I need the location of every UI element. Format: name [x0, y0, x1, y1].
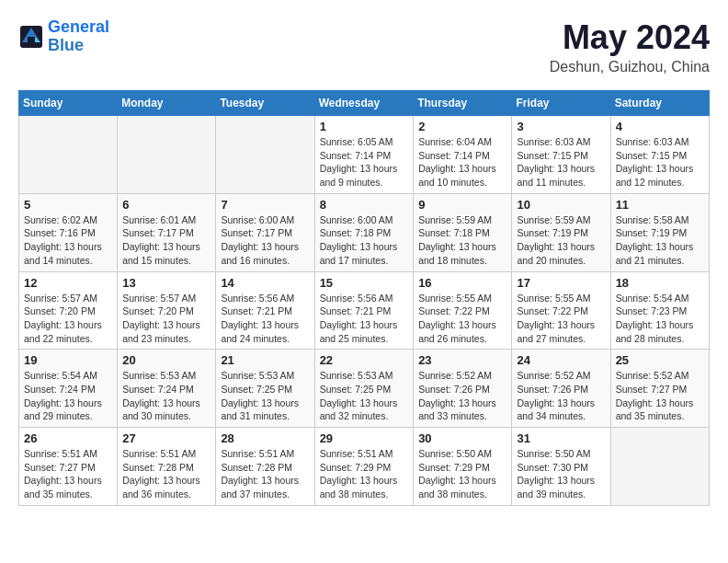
- day-info: Sunrise: 5:53 AMSunset: 7:25 PMDaylight:…: [221, 369, 309, 423]
- day-number: 31: [517, 431, 605, 445]
- logo-icon: [18, 24, 44, 50]
- day-number: 29: [320, 431, 409, 445]
- day-number: 15: [320, 276, 409, 290]
- table-row: 8Sunrise: 6:00 AMSunset: 7:18 PMDaylight…: [314, 193, 414, 271]
- day-number: 27: [122, 431, 210, 445]
- day-info: Sunrise: 5:51 AMSunset: 7:28 PMDaylight:…: [122, 447, 210, 501]
- table-row: 28Sunrise: 5:51 AMSunset: 7:28 PMDayligh…: [216, 428, 314, 506]
- table-row: 10Sunrise: 5:59 AMSunset: 7:19 PMDayligh…: [512, 193, 610, 271]
- table-row: 7Sunrise: 6:00 AMSunset: 7:17 PMDaylight…: [216, 193, 314, 271]
- table-row: 5Sunrise: 6:02 AMSunset: 7:16 PMDaylight…: [19, 193, 118, 271]
- day-info: Sunrise: 5:56 AMSunset: 7:21 PMDaylight:…: [221, 292, 309, 346]
- day-info: Sunrise: 5:50 AMSunset: 7:30 PMDaylight:…: [517, 447, 605, 501]
- table-row: 11Sunrise: 5:58 AMSunset: 7:19 PMDayligh…: [610, 193, 709, 271]
- day-number: 7: [221, 198, 309, 212]
- day-number: 4: [616, 120, 704, 133]
- weekday-tuesday: Tuesday: [216, 91, 314, 116]
- table-row: 12Sunrise: 5:57 AMSunset: 7:20 PMDayligh…: [19, 271, 118, 350]
- day-number: 9: [418, 198, 506, 212]
- table-row: 19Sunrise: 5:54 AMSunset: 7:24 PMDayligh…: [19, 350, 118, 428]
- day-number: 24: [517, 353, 605, 367]
- table-row: 23Sunrise: 5:52 AMSunset: 7:26 PMDayligh…: [414, 350, 512, 428]
- logo: General Blue: [18, 18, 109, 55]
- day-info: Sunrise: 5:55 AMSunset: 7:22 PMDaylight:…: [517, 292, 605, 346]
- day-info: Sunrise: 5:52 AMSunset: 7:26 PMDaylight:…: [418, 369, 506, 423]
- table-row: 15Sunrise: 5:56 AMSunset: 7:21 PMDayligh…: [314, 271, 414, 350]
- day-number: 30: [418, 431, 506, 445]
- day-info: Sunrise: 5:51 AMSunset: 7:28 PMDaylight:…: [221, 447, 309, 501]
- table-row: 31Sunrise: 5:50 AMSunset: 7:30 PMDayligh…: [512, 428, 610, 506]
- table-row: 26Sunrise: 5:51 AMSunset: 7:27 PMDayligh…: [19, 428, 118, 506]
- day-info: Sunrise: 5:54 AMSunset: 7:23 PMDaylight:…: [616, 292, 704, 346]
- day-number: 23: [418, 353, 506, 367]
- day-number: 16: [418, 276, 506, 290]
- day-info: Sunrise: 5:54 AMSunset: 7:24 PMDaylight:…: [24, 369, 112, 423]
- logo-text: General Blue: [48, 18, 109, 55]
- day-info: Sunrise: 5:59 AMSunset: 7:19 PMDaylight:…: [517, 213, 605, 268]
- calendar-title: May 2024: [550, 18, 710, 57]
- day-info: Sunrise: 6:00 AMSunset: 7:17 PMDaylight:…: [221, 213, 309, 268]
- table-row: 20Sunrise: 5:53 AMSunset: 7:24 PMDayligh…: [118, 350, 216, 428]
- table-row: 16Sunrise: 5:55 AMSunset: 7:22 PMDayligh…: [414, 271, 512, 350]
- day-info: Sunrise: 5:50 AMSunset: 7:29 PMDaylight:…: [418, 447, 506, 501]
- day-number: 14: [221, 276, 309, 290]
- table-row: [19, 116, 118, 194]
- day-info: Sunrise: 6:04 AMSunset: 7:14 PMDaylight:…: [418, 135, 506, 190]
- day-info: Sunrise: 6:01 AMSunset: 7:17 PMDaylight:…: [122, 213, 210, 268]
- day-number: 12: [24, 276, 112, 290]
- table-row: 27Sunrise: 5:51 AMSunset: 7:28 PMDayligh…: [118, 428, 216, 506]
- day-info: Sunrise: 6:05 AMSunset: 7:14 PMDaylight:…: [320, 135, 409, 190]
- day-info: Sunrise: 5:57 AMSunset: 7:20 PMDaylight:…: [24, 292, 112, 346]
- day-number: 10: [517, 198, 605, 212]
- day-info: Sunrise: 5:57 AMSunset: 7:20 PMDaylight:…: [122, 292, 210, 346]
- day-info: Sunrise: 5:51 AMSunset: 7:29 PMDaylight:…: [320, 447, 409, 501]
- day-number: 1: [320, 120, 409, 133]
- table-row: 14Sunrise: 5:56 AMSunset: 7:21 PMDayligh…: [216, 271, 314, 350]
- calendar-week-row: 5Sunrise: 6:02 AMSunset: 7:16 PMDaylight…: [19, 193, 710, 271]
- day-info: Sunrise: 5:53 AMSunset: 7:24 PMDaylight:…: [122, 369, 210, 423]
- day-number: 3: [517, 120, 605, 133]
- day-number: 22: [320, 353, 409, 367]
- calendar-week-row: 26Sunrise: 5:51 AMSunset: 7:27 PMDayligh…: [19, 428, 710, 506]
- day-info: Sunrise: 5:56 AMSunset: 7:21 PMDaylight:…: [320, 292, 409, 346]
- weekday-wednesday: Wednesday: [314, 91, 414, 116]
- day-number: 11: [616, 198, 704, 212]
- table-row: 4Sunrise: 6:03 AMSunset: 7:15 PMDaylight…: [610, 116, 709, 194]
- table-row: 25Sunrise: 5:52 AMSunset: 7:27 PMDayligh…: [610, 350, 709, 428]
- day-info: Sunrise: 5:53 AMSunset: 7:25 PMDaylight:…: [320, 369, 409, 423]
- day-info: Sunrise: 5:52 AMSunset: 7:27 PMDaylight:…: [616, 369, 704, 423]
- day-number: 17: [517, 276, 605, 290]
- calendar-week-row: 19Sunrise: 5:54 AMSunset: 7:24 PMDayligh…: [19, 350, 710, 428]
- day-info: Sunrise: 5:52 AMSunset: 7:26 PMDaylight:…: [517, 369, 605, 423]
- day-info: Sunrise: 5:59 AMSunset: 7:18 PMDaylight:…: [418, 213, 506, 268]
- day-number: 5: [24, 198, 112, 212]
- day-number: 18: [616, 276, 704, 290]
- day-info: Sunrise: 6:02 AMSunset: 7:16 PMDaylight:…: [24, 213, 112, 268]
- day-number: 25: [616, 353, 704, 367]
- title-block: May 2024 Deshun, Guizhou, China: [550, 18, 710, 75]
- day-info: Sunrise: 6:00 AMSunset: 7:18 PMDaylight:…: [320, 213, 409, 268]
- day-info: Sunrise: 5:51 AMSunset: 7:27 PMDaylight:…: [24, 447, 112, 501]
- weekday-header-row: Sunday Monday Tuesday Wednesday Thursday…: [19, 91, 710, 116]
- table-row: 1Sunrise: 6:05 AMSunset: 7:14 PMDaylight…: [314, 116, 414, 194]
- table-row: 29Sunrise: 5:51 AMSunset: 7:29 PMDayligh…: [314, 428, 414, 506]
- day-number: 19: [24, 353, 112, 367]
- day-number: 26: [24, 431, 112, 445]
- day-number: 13: [122, 276, 210, 290]
- table-row: [118, 116, 216, 194]
- table-row: 30Sunrise: 5:50 AMSunset: 7:29 PMDayligh…: [414, 428, 512, 506]
- table-row: 18Sunrise: 5:54 AMSunset: 7:23 PMDayligh…: [610, 271, 709, 350]
- day-info: Sunrise: 5:55 AMSunset: 7:22 PMDaylight:…: [418, 292, 506, 346]
- table-row: [610, 428, 709, 506]
- day-number: 6: [122, 198, 210, 212]
- day-number: 28: [221, 431, 309, 445]
- calendar-table: Sunday Monday Tuesday Wednesday Thursday…: [18, 90, 710, 506]
- page-header: General Blue May 2024 Deshun, Guizhou, C…: [18, 18, 710, 75]
- table-row: 6Sunrise: 6:01 AMSunset: 7:17 PMDaylight…: [118, 193, 216, 271]
- logo-line1: General: [48, 17, 109, 36]
- day-number: 20: [122, 353, 210, 367]
- table-row: 9Sunrise: 5:59 AMSunset: 7:18 PMDaylight…: [414, 193, 512, 271]
- day-number: 8: [320, 198, 409, 212]
- day-info: Sunrise: 6:03 AMSunset: 7:15 PMDaylight:…: [616, 135, 704, 190]
- table-row: 22Sunrise: 5:53 AMSunset: 7:25 PMDayligh…: [314, 350, 414, 428]
